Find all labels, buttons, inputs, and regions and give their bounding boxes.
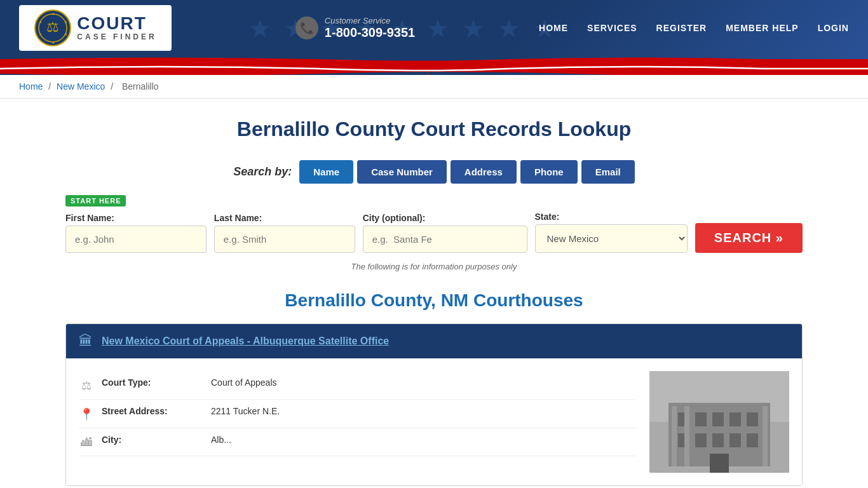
court-type-label: Court Type: xyxy=(102,377,203,388)
courthouse-header: 🏛 New Mexico Court of Appeals - Albuquer… xyxy=(66,324,802,358)
city-detail-value: Alb... xyxy=(211,435,231,445)
city-detail-label: City: xyxy=(102,435,203,445)
main-nav: HOME SERVICES REGISTER MEMBER HELP LOGIN xyxy=(539,23,849,33)
street-label: Street Address: xyxy=(102,406,203,416)
city-input[interactable] xyxy=(363,226,527,253)
courthouse-icon: 🏛 xyxy=(79,333,93,349)
city-label: City (optional): xyxy=(363,213,527,223)
court-type-value: Court of Appeals xyxy=(211,377,277,388)
page-title: Bernalillo County Court Records Lookup xyxy=(65,118,803,141)
courthouse-body: ⚖ Court Type: Court of Appeals 📍 Street … xyxy=(66,358,802,485)
svg-text:🦅: 🦅 xyxy=(423,72,445,75)
last-name-label: Last Name: xyxy=(214,213,355,223)
courthouse-name[interactable]: New Mexico Court of Appeals - Albuquerqu… xyxy=(102,336,389,347)
breadcrumb-home[interactable]: Home xyxy=(19,81,43,92)
svg-rect-25 xyxy=(695,433,707,447)
customer-service: 📞 Customer Service 1-800-309-9351 xyxy=(295,16,415,40)
state-field-group: State: New Mexico xyxy=(535,212,688,253)
logo-court-text: COURT xyxy=(77,15,156,32)
tab-email[interactable]: Email xyxy=(581,160,635,184)
start-here-badge: START HERE xyxy=(65,195,126,207)
phone-icon: 📞 xyxy=(295,17,318,39)
svg-rect-27 xyxy=(729,433,741,447)
breadcrumb-sep-1: / xyxy=(48,81,53,92)
courthouses-section-title: Bernalillo County, NM Courthouses xyxy=(65,290,803,311)
city-row: 🏙 City: Alb... xyxy=(79,428,637,456)
courthouse-image xyxy=(649,371,789,473)
state-label: State: xyxy=(535,212,688,222)
header-wave: 🦅 ★ ★ ★ ★ ★ ★ xyxy=(0,56,868,75)
svg-text:★: ★ xyxy=(39,20,42,24)
breadcrumb: Home / New Mexico / Bernalillo xyxy=(0,75,868,98)
breadcrumb-sep-2: / xyxy=(111,81,116,92)
svg-text:★: ★ xyxy=(64,32,67,36)
svg-text:⚖: ⚖ xyxy=(46,19,59,35)
svg-text:★: ★ xyxy=(51,41,55,44)
svg-rect-28 xyxy=(747,433,758,447)
courthouse-image-placeholder xyxy=(649,371,789,473)
nav-member-help[interactable]: MEMBER HELP xyxy=(726,23,798,33)
nav-home[interactable]: HOME xyxy=(539,23,568,33)
tab-address[interactable]: Address xyxy=(451,160,517,184)
logo-emblem-icon: ★ ★ ★ ★ ★ ★ ⚖ xyxy=(34,9,72,47)
first-name-label: First Name: xyxy=(65,213,207,223)
search-button[interactable]: SEARCH » xyxy=(695,223,803,253)
city-detail-icon: 🏙 xyxy=(79,436,94,449)
svg-text:★: ★ xyxy=(51,12,55,16)
svg-rect-26 xyxy=(712,433,724,447)
street-value: 2211 Tucker N.E. xyxy=(211,406,280,416)
main-content: Bernalillo County Court Records Lookup S… xyxy=(53,98,815,488)
tab-name[interactable]: Name xyxy=(299,160,353,184)
svg-rect-32 xyxy=(763,406,768,466)
site-header: ★★★★★ ★★★★ ★ ★ ★ ★ ★ ★ xyxy=(0,0,868,75)
location-icon: 📍 xyxy=(79,407,94,421)
svg-rect-20 xyxy=(695,412,707,426)
court-type-icon: ⚖ xyxy=(79,379,94,393)
last-name-input[interactable] xyxy=(214,226,355,253)
city-field-group: City (optional): xyxy=(363,213,527,253)
courthouse-details: ⚖ Court Type: Court of Appeals 📍 Street … xyxy=(79,371,637,473)
courthouse-card: 🏛 New Mexico Court of Appeals - Albuquer… xyxy=(65,323,803,486)
nav-services[interactable]: SERVICES xyxy=(587,23,637,33)
street-row: 📍 Street Address: 2211 Tucker N.E. xyxy=(79,400,637,428)
breadcrumb-state[interactable]: New Mexico xyxy=(57,81,105,92)
svg-rect-31 xyxy=(684,406,689,466)
info-note: The following is for information purpose… xyxy=(65,262,803,271)
site-logo[interactable]: ★ ★ ★ ★ ★ ★ ⚖ COURT CASE FINDER xyxy=(19,5,172,51)
nav-login[interactable]: LOGIN xyxy=(818,23,849,33)
last-name-field-group: Last Name: xyxy=(214,213,355,253)
state-select[interactable]: New Mexico xyxy=(535,224,688,253)
nav-register[interactable]: REGISTER xyxy=(656,23,707,33)
customer-service-label: Customer Service xyxy=(325,16,415,25)
svg-rect-23 xyxy=(747,412,758,426)
breadcrumb-county: Bernalillo xyxy=(122,81,159,92)
svg-rect-22 xyxy=(729,412,741,426)
search-by-label: Search by: xyxy=(233,165,292,179)
svg-rect-29 xyxy=(710,454,729,473)
svg-rect-30 xyxy=(672,406,677,466)
svg-text:★: ★ xyxy=(39,32,42,36)
logo-case-finder-text: CASE FINDER xyxy=(77,32,156,41)
first-name-field-group: First Name: xyxy=(65,213,207,253)
search-by-row: Search by: Name Case Number Address Phon… xyxy=(65,160,803,184)
customer-service-phone: 1-800-309-9351 xyxy=(325,25,415,40)
svg-text:★: ★ xyxy=(64,20,67,24)
svg-rect-21 xyxy=(712,412,724,426)
tab-case-number[interactable]: Case Number xyxy=(357,160,447,184)
tab-phone[interactable]: Phone xyxy=(520,160,578,184)
first-name-input[interactable] xyxy=(65,226,207,253)
search-form: First Name: Last Name: City (optional): … xyxy=(65,212,803,253)
court-type-row: ⚖ Court Type: Court of Appeals xyxy=(79,371,637,400)
